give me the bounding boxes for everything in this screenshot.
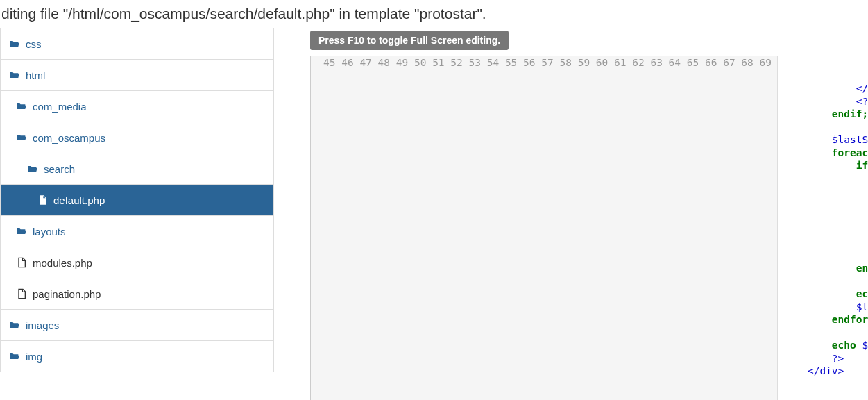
tree-file-default-php[interactable]: default.php [1,185,273,216]
tree-folder-img[interactable]: img [1,341,273,372]
tree-label: pagination.php [33,288,101,300]
tree-label: img [26,351,42,362]
tree-folder-html[interactable]: html [1,60,273,91]
fullscreen-hint: Press F10 to toggle Full Screen editing. [310,31,509,50]
tree-label: images [26,319,59,331]
tree-label: com_oscampus [33,132,105,144]
code-content[interactable]: <?php echo JText::_('COM_OSCAMPUS_SEARCH… [778,56,868,400]
tree-label: default.php [53,194,105,206]
tree-folder-layouts[interactable]: layouts [1,216,273,247]
tree-label: css [26,38,42,50]
tree-label: modules.php [33,257,92,269]
code-editor[interactable]: 45 46 47 48 49 50 51 52 53 54 55 56 57 5… [310,56,868,400]
tree-folder-css[interactable]: css [1,28,273,60]
tree-folder-search[interactable]: search [1,153,273,185]
tree-label: search [44,163,75,175]
tree-label: layouts [33,226,66,238]
tree-file-pagination-php[interactable]: pagination.php [1,278,273,310]
page-title: diting file "/html/com_oscampus/search/d… [0,0,868,28]
tree-label: com_media [33,101,87,112]
tree-folder-images[interactable]: images [1,310,273,341]
tree-file-modules-php[interactable]: modules.php [1,247,273,278]
file-tree: css html com_media com_oscampus search d… [0,28,274,400]
line-gutter: 45 46 47 48 49 50 51 52 53 54 55 56 57 5… [311,56,778,400]
tree-label: html [26,69,45,81]
tree-folder-com-media[interactable]: com_media [1,91,273,122]
tree-folder-com-oscampus[interactable]: com_oscampus [1,122,273,153]
